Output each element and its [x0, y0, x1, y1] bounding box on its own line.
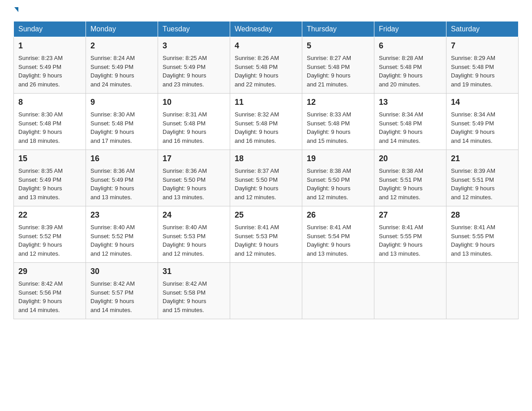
calendar-cell: 2 Sunrise: 8:24 AM Sunset: 5:49 PM Dayli… — [86, 37, 158, 94]
weekday-header-wednesday: Wednesday — [230, 21, 302, 37]
day-info: Sunrise: 8:30 AM Sunset: 5:48 PM Dayligh… — [90, 111, 135, 144]
day-number: 10 — [163, 96, 225, 108]
day-number: 16 — [90, 153, 153, 165]
day-info: Sunrise: 8:39 AM Sunset: 5:51 PM Dayligh… — [451, 167, 495, 201]
day-info: Sunrise: 8:32 AM Sunset: 5:48 PM Dayligh… — [235, 111, 279, 144]
day-info: Sunrise: 8:27 AM Sunset: 5:48 PM Dayligh… — [307, 55, 351, 88]
day-number: 6 — [379, 40, 442, 52]
calendar-table: SundayMondayTuesdayWednesdayThursdayFrid… — [13, 21, 519, 319]
day-info: Sunrise: 8:38 AM Sunset: 5:50 PM Dayligh… — [307, 167, 351, 201]
day-number: 23 — [90, 209, 153, 221]
day-number: 11 — [235, 96, 297, 108]
day-info: Sunrise: 8:40 AM Sunset: 5:53 PM Dayligh… — [163, 224, 207, 257]
day-number: 28 — [451, 209, 514, 221]
day-number: 22 — [18, 209, 81, 221]
calendar-week-row: 22 Sunrise: 8:39 AM Sunset: 5:52 PM Dayl… — [14, 206, 519, 263]
day-info: Sunrise: 8:34 AM Sunset: 5:48 PM Dayligh… — [379, 111, 423, 144]
calendar-cell: 31 Sunrise: 8:42 AM Sunset: 5:58 PM Dayl… — [158, 263, 230, 319]
day-info: Sunrise: 8:25 AM Sunset: 5:49 PM Dayligh… — [163, 55, 207, 88]
day-info: Sunrise: 8:29 AM Sunset: 5:48 PM Dayligh… — [451, 55, 495, 88]
calendar-cell: 25 Sunrise: 8:41 AM Sunset: 5:53 PM Dayl… — [230, 206, 302, 263]
calendar-cell — [374, 263, 446, 319]
day-number: 3 — [163, 40, 225, 52]
day-info: Sunrise: 8:39 AM Sunset: 5:52 PM Dayligh… — [18, 224, 63, 257]
day-number: 25 — [235, 209, 297, 221]
day-number: 31 — [163, 265, 225, 278]
day-number: 7 — [451, 40, 514, 52]
logo-triangle-icon — [14, 7, 18, 12]
day-number: 2 — [90, 40, 153, 52]
calendar-cell: 5 Sunrise: 8:27 AM Sunset: 5:48 PM Dayli… — [302, 37, 374, 94]
day-number: 27 — [379, 209, 442, 221]
day-number: 8 — [18, 96, 81, 108]
logo — [13, 9, 18, 12]
day-number: 17 — [163, 153, 225, 165]
day-number: 24 — [163, 209, 225, 221]
day-info: Sunrise: 8:30 AM Sunset: 5:48 PM Dayligh… — [18, 111, 63, 144]
day-info: Sunrise: 8:42 AM Sunset: 5:58 PM Dayligh… — [163, 280, 207, 313]
calendar-cell: 15 Sunrise: 8:35 AM Sunset: 5:49 PM Dayl… — [14, 150, 86, 206]
calendar-cell: 12 Sunrise: 8:33 AM Sunset: 5:48 PM Dayl… — [302, 94, 374, 150]
calendar-cell: 14 Sunrise: 8:34 AM Sunset: 5:49 PM Dayl… — [446, 94, 519, 150]
calendar-week-row: 15 Sunrise: 8:35 AM Sunset: 5:49 PM Dayl… — [14, 150, 519, 206]
day-info: Sunrise: 8:23 AM Sunset: 5:49 PM Dayligh… — [18, 55, 63, 88]
day-number: 18 — [235, 153, 297, 165]
calendar-cell: 28 Sunrise: 8:41 AM Sunset: 5:55 PM Dayl… — [446, 206, 519, 263]
day-info: Sunrise: 8:41 AM Sunset: 5:53 PM Dayligh… — [235, 224, 279, 257]
day-info: Sunrise: 8:28 AM Sunset: 5:48 PM Dayligh… — [379, 55, 423, 88]
day-info: Sunrise: 8:38 AM Sunset: 5:51 PM Dayligh… — [379, 167, 423, 201]
day-number: 20 — [379, 153, 442, 165]
calendar-cell: 20 Sunrise: 8:38 AM Sunset: 5:51 PM Dayl… — [374, 150, 446, 206]
calendar-cell: 10 Sunrise: 8:31 AM Sunset: 5:48 PM Dayl… — [158, 94, 230, 150]
day-number: 13 — [379, 96, 442, 108]
day-info: Sunrise: 8:40 AM Sunset: 5:52 PM Dayligh… — [90, 224, 135, 257]
calendar-cell: 9 Sunrise: 8:30 AM Sunset: 5:48 PM Dayli… — [86, 94, 158, 150]
day-number: 12 — [307, 96, 369, 108]
calendar-week-row: 8 Sunrise: 8:30 AM Sunset: 5:48 PM Dayli… — [14, 94, 519, 150]
calendar-cell: 24 Sunrise: 8:40 AM Sunset: 5:53 PM Dayl… — [158, 206, 230, 263]
day-number: 14 — [451, 96, 514, 108]
calendar-cell — [230, 263, 302, 319]
day-info: Sunrise: 8:42 AM Sunset: 5:57 PM Dayligh… — [90, 280, 135, 313]
calendar-cell: 27 Sunrise: 8:41 AM Sunset: 5:55 PM Dayl… — [374, 206, 446, 263]
day-info: Sunrise: 8:35 AM Sunset: 5:49 PM Dayligh… — [18, 167, 63, 201]
day-info: Sunrise: 8:41 AM Sunset: 5:54 PM Dayligh… — [307, 224, 351, 257]
weekday-header-tuesday: Tuesday — [158, 21, 230, 37]
day-info: Sunrise: 8:31 AM Sunset: 5:48 PM Dayligh… — [163, 111, 207, 144]
calendar-cell: 30 Sunrise: 8:42 AM Sunset: 5:57 PM Dayl… — [86, 263, 158, 319]
calendar-week-row: 1 Sunrise: 8:23 AM Sunset: 5:49 PM Dayli… — [14, 37, 519, 94]
calendar-cell: 29 Sunrise: 8:42 AM Sunset: 5:56 PM Dayl… — [14, 263, 86, 319]
calendar-cell — [446, 263, 519, 319]
weekday-header-monday: Monday — [86, 21, 158, 37]
calendar-cell: 16 Sunrise: 8:36 AM Sunset: 5:49 PM Dayl… — [86, 150, 158, 206]
day-info: Sunrise: 8:34 AM Sunset: 5:49 PM Dayligh… — [451, 111, 495, 144]
calendar-week-row: 29 Sunrise: 8:42 AM Sunset: 5:56 PM Dayl… — [14, 263, 519, 319]
calendar-cell: 13 Sunrise: 8:34 AM Sunset: 5:48 PM Dayl… — [374, 94, 446, 150]
calendar-cell: 3 Sunrise: 8:25 AM Sunset: 5:49 PM Dayli… — [158, 37, 230, 94]
day-info: Sunrise: 8:42 AM Sunset: 5:56 PM Dayligh… — [18, 280, 63, 313]
day-number: 4 — [235, 40, 297, 52]
day-info: Sunrise: 8:36 AM Sunset: 5:50 PM Dayligh… — [163, 167, 207, 201]
day-info: Sunrise: 8:41 AM Sunset: 5:55 PM Dayligh… — [379, 224, 423, 257]
weekday-header-row: SundayMondayTuesdayWednesdayThursdayFrid… — [14, 21, 519, 37]
calendar-cell: 8 Sunrise: 8:30 AM Sunset: 5:48 PM Dayli… — [14, 94, 86, 150]
calendar-cell: 17 Sunrise: 8:36 AM Sunset: 5:50 PM Dayl… — [158, 150, 230, 206]
day-info: Sunrise: 8:26 AM Sunset: 5:48 PM Dayligh… — [235, 55, 279, 88]
day-number: 9 — [90, 96, 153, 108]
calendar-cell: 19 Sunrise: 8:38 AM Sunset: 5:50 PM Dayl… — [302, 150, 374, 206]
calendar-cell: 6 Sunrise: 8:28 AM Sunset: 5:48 PM Dayli… — [374, 37, 446, 94]
day-info: Sunrise: 8:36 AM Sunset: 5:49 PM Dayligh… — [90, 167, 135, 201]
weekday-header-sunday: Sunday — [14, 21, 86, 37]
calendar-cell — [302, 263, 374, 319]
calendar-cell: 23 Sunrise: 8:40 AM Sunset: 5:52 PM Dayl… — [86, 206, 158, 263]
day-number: 19 — [307, 153, 369, 165]
weekday-header-saturday: Saturday — [446, 21, 519, 37]
calendar-cell: 1 Sunrise: 8:23 AM Sunset: 5:49 PM Dayli… — [14, 37, 86, 94]
weekday-header-thursday: Thursday — [302, 21, 374, 37]
day-info: Sunrise: 8:33 AM Sunset: 5:48 PM Dayligh… — [307, 111, 351, 144]
day-number: 26 — [307, 209, 369, 221]
weekday-header-friday: Friday — [374, 21, 446, 37]
calendar-cell: 18 Sunrise: 8:37 AM Sunset: 5:50 PM Dayl… — [230, 150, 302, 206]
calendar-cell: 4 Sunrise: 8:26 AM Sunset: 5:48 PM Dayli… — [230, 37, 302, 94]
day-number: 5 — [307, 40, 369, 52]
